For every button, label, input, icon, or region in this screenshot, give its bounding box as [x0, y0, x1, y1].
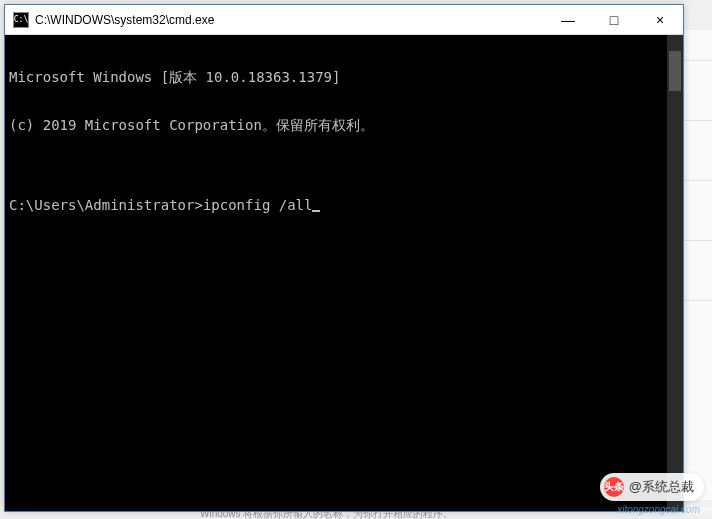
close-button[interactable]: × [637, 5, 683, 35]
background-window-fragment [684, 30, 712, 500]
terminal-output-line: (c) 2019 Microsoft Corporation。保留所有权利。 [9, 117, 679, 133]
maximize-button[interactable]: □ [591, 5, 637, 35]
cmd-icon: C:\ [13, 12, 29, 28]
watermark: 头条 @系统总裁 [600, 473, 704, 501]
cmd-window: C:\ C:\WINDOWS\system32\cmd.exe — □ × Mi… [4, 4, 684, 512]
minimize-button[interactable]: — [545, 5, 591, 35]
watermark-logo-icon: 头条 [604, 477, 624, 497]
watermark-text: @系统总裁 [629, 478, 694, 496]
prompt-text: C:\Users\Administrator> [9, 197, 203, 213]
watermark-subtext: xitongzongcai.com [617, 504, 700, 515]
watermark-badge: 头条 @系统总裁 [600, 473, 704, 501]
command-text: ipconfig /all [203, 197, 313, 213]
terminal-output-line: Microsoft Windows [版本 10.0.18363.1379] [9, 69, 679, 85]
cursor [312, 210, 320, 212]
terminal-area[interactable]: Microsoft Windows [版本 10.0.18363.1379] (… [5, 35, 683, 511]
window-title: C:\WINDOWS\system32\cmd.exe [35, 13, 545, 27]
vertical-scrollbar[interactable] [667, 35, 683, 511]
terminal-prompt-line: C:\Users\Administrator>ipconfig /all [9, 197, 679, 213]
window-controls: — □ × [545, 5, 683, 34]
titlebar[interactable]: C:\ C:\WINDOWS\system32\cmd.exe — □ × [5, 5, 683, 35]
scrollbar-thumb[interactable] [669, 51, 681, 91]
